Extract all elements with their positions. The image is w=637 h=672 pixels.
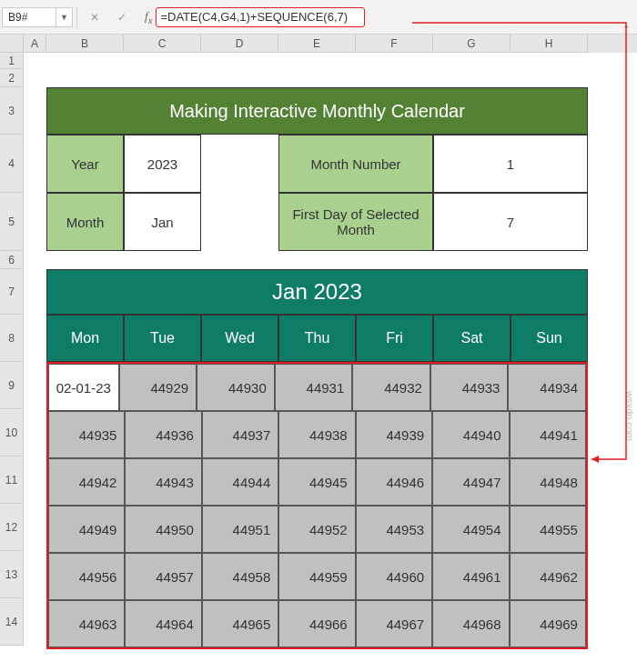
chevron-down-icon[interactable]: ▼: [56, 7, 73, 27]
calendar-cell[interactable]: 44943: [125, 458, 201, 506]
calendar-cell[interactable]: 44929: [119, 364, 197, 411]
col-header[interactable]: G: [433, 35, 511, 53]
calendar-cell[interactable]: 44965: [202, 600, 278, 647]
row-header[interactable]: 8: [0, 315, 24, 362]
cancel-icon[interactable]: ✕: [85, 7, 105, 27]
col-header[interactable]: E: [278, 35, 356, 53]
info-left-block: Year 2023 Month Jan: [46, 135, 201, 251]
calendar-cell[interactable]: 44948: [510, 458, 586, 506]
calendar-cell[interactable]: 44958: [202, 553, 278, 600]
year-label: Year: [46, 135, 124, 193]
row-header[interactable]: 2: [0, 69, 24, 87]
calendar-cell[interactable]: 44949: [48, 506, 125, 553]
row-header[interactable]: 6: [0, 251, 24, 269]
calendar-cell[interactable]: 02-01-23: [48, 364, 119, 411]
calendar-cell[interactable]: 44954: [432, 506, 509, 553]
calendar-cell[interactable]: 44950: [125, 506, 201, 553]
divider: [76, 6, 77, 28]
calendar-cell[interactable]: 44937: [202, 411, 278, 458]
calendar-cell[interactable]: 44935: [48, 411, 125, 458]
row-header[interactable]: 9: [0, 362, 24, 409]
day-header: Fri: [356, 315, 433, 362]
calendar-cell[interactable]: 44961: [432, 553, 509, 600]
row-header[interactable]: 12: [0, 504, 24, 551]
calendar-cell[interactable]: 44938: [278, 411, 355, 458]
calendar-cell[interactable]: 44952: [278, 506, 355, 553]
first-day-label: First Day of Selected Month: [278, 193, 433, 251]
calendar-cell[interactable]: 44932: [352, 364, 430, 411]
column-headers: A B C D E F G H: [24, 35, 637, 53]
col-header[interactable]: H: [511, 35, 588, 53]
row-header[interactable]: 11: [0, 456, 24, 504]
calendar-cell[interactable]: 44947: [432, 458, 509, 506]
month-number-value[interactable]: 1: [433, 135, 588, 193]
row-headers: 1 2 3 4 5 6 7 8 9 10 11 12 13 14: [0, 35, 24, 646]
year-value[interactable]: 2023: [124, 135, 201, 193]
expand-formula-icon[interactable]: ⌄: [622, 20, 630, 30]
calendar-cell[interactable]: 44956: [48, 553, 125, 600]
calendar-cell[interactable]: 44941: [510, 411, 586, 458]
calendar-cell[interactable]: 44951: [202, 506, 278, 553]
page-title: Making Interactive Monthly Calendar: [46, 87, 588, 135]
enter-icon[interactable]: ✓: [112, 7, 132, 27]
calendar-cell[interactable]: 44934: [508, 364, 586, 411]
row-header[interactable]: 7: [0, 269, 24, 315]
fx-icon[interactable]: fx: [145, 9, 152, 25]
day-header: Thu: [278, 315, 356, 362]
col-header[interactable]: C: [124, 35, 201, 53]
day-header: Sat: [433, 315, 511, 362]
calendar-cell[interactable]: 44945: [278, 458, 355, 506]
calendar: Jan 2023 Mon Tue Wed Thu Fri Sat Sun 02-…: [46, 269, 588, 649]
calendar-cell[interactable]: 44957: [125, 553, 201, 600]
calendar-cell[interactable]: 44940: [432, 411, 509, 458]
calendar-cell[interactable]: 44930: [197, 364, 275, 411]
calendar-cell[interactable]: 44942: [48, 458, 125, 506]
row-header[interactable]: 13: [0, 551, 24, 598]
info-right-block: Month Number 1 First Day of Selected Mon…: [278, 135, 588, 251]
calendar-cell[interactable]: 44964: [125, 600, 201, 647]
calendar-body[interactable]: 02-01-2344929449304493144932449334493444…: [46, 362, 588, 649]
calendar-cell[interactable]: 44936: [125, 411, 201, 458]
calendar-cell[interactable]: 44969: [510, 600, 586, 647]
day-header: Tue: [124, 315, 201, 362]
row-header[interactable]: 1: [0, 53, 24, 69]
row-header[interactable]: 3: [0, 87, 24, 135]
calendar-cell[interactable]: 44962: [510, 553, 586, 600]
calendar-cell[interactable]: 44953: [356, 506, 432, 553]
month-label: Month: [46, 193, 124, 251]
day-header: Mon: [46, 315, 124, 362]
row-header[interactable]: 14: [0, 598, 24, 646]
row-header[interactable]: 4: [0, 135, 24, 193]
month-value[interactable]: Jan: [124, 193, 201, 251]
calendar-cell[interactable]: 44967: [356, 600, 432, 647]
calendar-cell[interactable]: 44931: [275, 364, 353, 411]
calendar-cell[interactable]: 44933: [430, 364, 509, 411]
calendar-cell[interactable]: 44944: [202, 458, 278, 506]
calendar-cell[interactable]: 44959: [278, 553, 355, 600]
row-header[interactable]: 5: [0, 193, 24, 251]
month-number-label: Month Number: [278, 135, 433, 193]
col-header[interactable]: A: [24, 35, 46, 53]
day-header: Wed: [201, 315, 278, 362]
col-header[interactable]: F: [356, 35, 433, 53]
calendar-title: Jan 2023: [46, 269, 588, 315]
col-header[interactable]: B: [46, 35, 124, 53]
calendar-cell[interactable]: 44963: [48, 600, 125, 647]
day-header: Sun: [511, 315, 588, 362]
calendar-cell[interactable]: 44939: [356, 411, 432, 458]
first-day-value[interactable]: 7: [433, 193, 588, 251]
calendar-cell[interactable]: 44968: [432, 600, 509, 647]
col-header[interactable]: D: [201, 35, 278, 53]
calendar-cell[interactable]: 44966: [278, 600, 355, 647]
calendar-cell[interactable]: 44955: [510, 506, 586, 553]
formula-input[interactable]: =DATE(C4,G4,1)+SEQUENCE(6,7): [156, 7, 365, 27]
calendar-cell[interactable]: 44960: [356, 553, 432, 600]
name-box[interactable]: B9#: [2, 7, 56, 27]
row-header[interactable]: 10: [0, 409, 24, 456]
calendar-cell[interactable]: 44946: [356, 458, 432, 506]
watermark: wsxdn.com: [624, 391, 635, 441]
formula-bar: B9# ▼ ✕ ✓ fx =DATE(C4,G4,1)+SEQUENCE(6,7…: [0, 0, 637, 35]
